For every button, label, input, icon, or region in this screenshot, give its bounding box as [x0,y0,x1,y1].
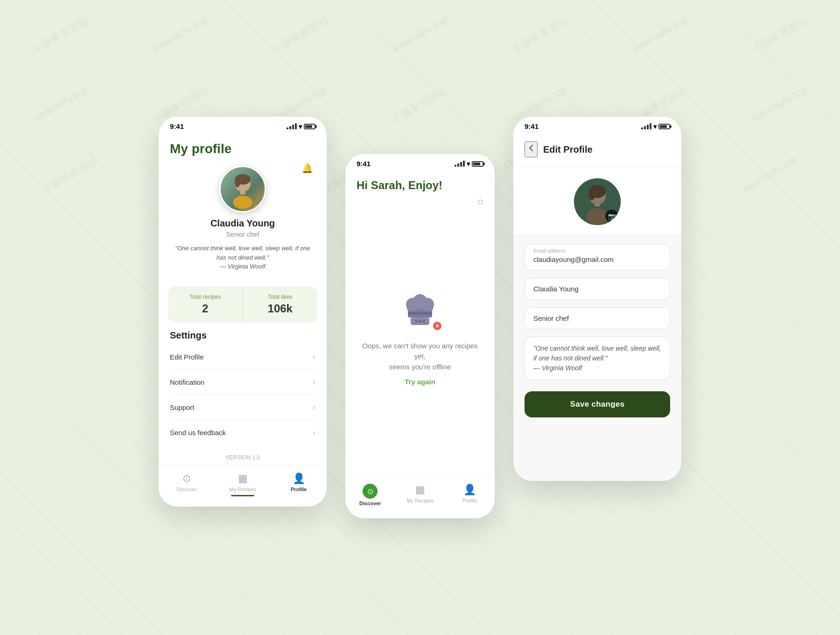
stat-total-recipes: Total recipes 2 [168,286,243,323]
search-button[interactable]: ○ [477,196,483,208]
nav-active-indicator [231,495,254,496]
time-display-3: 9:41 [525,122,539,130]
svg-point-14 [419,320,421,323]
settings-item-notification[interactable]: Notification › [170,370,315,395]
bio-field-wrapper[interactable]: "One cannot think well, love well, sleep… [525,337,670,380]
wifi-icon-2: ▾ [467,160,470,168]
screen-my-profile: 9:41 ▾ My profile 🔔 [159,117,327,507]
offline-container: × Oops, we can't show you any recipes ye… [345,201,495,477]
recipes-icon-2: ▦ [415,484,425,496]
nav-discover-1[interactable]: ⊙ Discover [159,470,215,499]
status-bar-3: 9:41 ▾ [513,117,681,134]
settings-edit-profile-label: Edit Profile [170,353,204,361]
time-display-2: 9:41 [357,160,371,168]
svg-point-3 [235,178,240,187]
status-bar-2: 9:41 ▾ [345,154,495,171]
settings-section: Settings Edit Profile › Notification › S… [159,330,327,445]
nav-my-recipes-2[interactable]: ▦ My Recipes [395,481,445,509]
battery-icon-3 [658,124,670,129]
back-button[interactable] [525,141,538,157]
settings-notification-label: Notification [170,378,204,386]
user-quote: "One cannot think well, love well, sleep… [170,244,315,271]
camera-icon: 📷 [608,212,616,220]
screen-edit-profile: 9:41 ▾ Edit Profile [513,117,681,481]
settings-feedback-label: Send us feedback [170,429,226,437]
signal-icon [287,123,297,129]
user-job-title: Senior chef [226,231,259,238]
signal-icon-2 [455,161,465,167]
nav-recipes-label-1: My Recipes [229,487,256,492]
stat-likes-value: 106k [251,302,310,315]
offline-message: Oops, we can't show you any recipes yet,… [359,341,481,373]
job-value[interactable]: Senior chef [533,314,661,322]
name-field-wrapper[interactable]: Claudia Young [525,278,670,300]
stat-recipes-value: 2 [175,302,235,315]
email-value[interactable]: claudiayoung@gmail.com [533,255,661,263]
svg-text:×: × [435,322,439,330]
edit-form: Email address claudiayoung@gmail.com Cla… [513,234,681,389]
svg-rect-11 [408,312,432,315]
nav-recipes-label-2: My Recipes [406,498,433,503]
signal-icon-3 [641,123,651,129]
search-icon: ○ [477,196,483,207]
stats-box: Total recipes 2 Total likes 106k [168,286,317,323]
error-icon: × [431,320,443,332]
stat-likes-label: Total likes [251,294,310,300]
avatar-section: Claudia Young Senior chef "One cannot th… [159,166,327,279]
settings-item-edit-profile[interactable]: Edit Profile › [170,345,315,370]
bottom-nav-1: ⊙ Discover ▦ My Recipes 👤 Profile [159,466,327,507]
nav-my-recipes-1[interactable]: ▦ My Recipes [215,470,271,499]
stat-total-likes: Total likes 106k [243,286,318,323]
settings-item-feedback[interactable]: Send us feedback › [170,420,315,445]
nav-profile-label-2: Profile [462,498,477,503]
edit-avatar[interactable]: 📷 [574,178,621,225]
offline-icon-wrapper: × [401,292,439,332]
chevron-right-icon-4: › [313,428,315,437]
edit-avatar-section: 📷 [513,167,681,234]
svg-point-4 [233,196,252,209]
camera-button[interactable]: 📷 [605,210,618,223]
chevron-right-icon-2: › [313,377,315,387]
recipes-icon: ▦ [238,473,248,485]
status-icons-1: ▾ [287,123,315,130]
svg-point-13 [415,320,418,323]
discover-title: Hi Sarah, Enjoy! [357,179,483,192]
screen-discover: 9:41 ▾ Hi Sarah, Enjoy! ○ [345,154,495,518]
notification-button[interactable]: 🔔 [299,160,315,176]
bell-icon: 🔔 [301,162,313,174]
profile-icon-2: 👤 [463,484,476,496]
name-value[interactable]: Claudia Young [533,285,661,293]
discover-active-icon: ⊙ [363,484,378,499]
page-title: My profile [170,141,315,156]
email-label: Email address [533,248,661,254]
nav-discover-2[interactable]: ⊙ Discover [345,481,395,509]
profile-icon: 👤 [293,473,305,485]
svg-rect-23 [595,203,600,206]
status-bar-1: 9:41 ▾ [159,117,327,134]
nav-profile-2[interactable]: 👤 Profile [445,481,495,509]
error-badge: × [431,320,443,334]
discover-icon: ⊙ [182,473,191,485]
status-icons-2: ▾ [455,160,483,168]
version-text: VERSION 1.0 [159,445,327,466]
profile-header: My profile 🔔 [159,134,327,166]
discover-header: Hi Sarah, Enjoy! ○ [345,171,495,201]
discover-icon-inner: ⊙ [367,487,373,496]
nav-profile-1[interactable]: 👤 Profile [271,470,327,499]
nav-discover-label-2: Discover [359,501,381,506]
avatar [219,166,266,212]
battery-icon-2 [472,161,483,167]
svg-rect-5 [240,190,245,194]
save-changes-button[interactable]: Save changes [525,391,670,417]
back-arrow-icon [525,142,537,154]
edit-profile-header: Edit Profile [513,134,681,167]
edit-profile-title: Edit Profile [543,144,593,155]
job-field-wrapper[interactable]: Senior chef [525,307,670,329]
settings-support-label: Support [170,403,195,411]
email-field-wrapper[interactable]: Email address claudiayoung@gmail.com [525,244,670,270]
try-again-button[interactable]: Try again [405,378,435,386]
settings-title: Settings [170,330,315,341]
wifi-icon-3: ▾ [653,123,657,130]
settings-item-support[interactable]: Support › [170,395,315,420]
user-name: Claudia Young [210,218,275,229]
